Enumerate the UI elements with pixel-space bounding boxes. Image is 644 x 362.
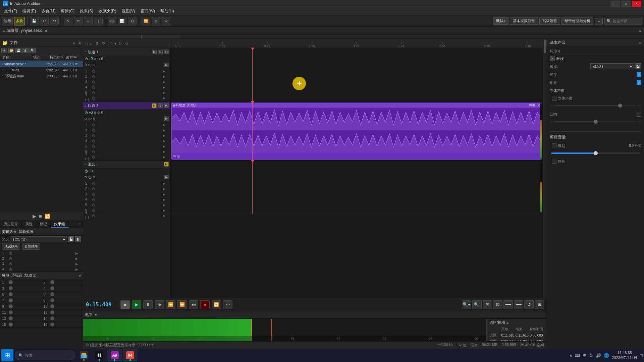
band-item-13[interactable]: 13 <box>0 315 42 321</box>
mix-fx-label[interactable]: fx <box>85 175 87 179</box>
mix-vol[interactable]: +0 <box>89 169 93 173</box>
rack-clip-effects[interactable]: 预设效果 <box>2 243 20 250</box>
multitrack-mode-btn[interactable]: 多轨 <box>14 17 25 25</box>
more-transport-btn[interactable]: ⋯ <box>223 300 232 309</box>
track-1-wave[interactable]: + <box>170 48 543 102</box>
zoom-out-wave[interactable]: 🔍- <box>472 300 482 309</box>
file-row-session[interactable]: ♪ yinyue.sesx * 2:55.993 44100 Hz <box>0 61 83 67</box>
zoom-reset[interactable]: ↺ <box>524 300 534 309</box>
band-item-8[interactable]: 8 <box>42 297 83 303</box>
zoom-extra[interactable]: ⊕ <box>535 300 544 309</box>
track-2-record[interactable]: R <box>164 103 169 108</box>
ruler-btn-in[interactable]: ▷ <box>118 41 123 46</box>
tray-up-arrow[interactable]: ∧ <box>570 353 572 358</box>
rack-track-effects[interactable]: 音轨效果 <box>22 243 40 250</box>
ruler-btn-hms[interactable]: hms <box>85 41 94 46</box>
zoom-fit[interactable]: ⊡ <box>483 300 492 309</box>
gain-thumb[interactable] <box>594 151 598 155</box>
file-row-wav[interactable]: ♫ 环境音.wav 2:39.993 44100 Hz <box>0 73 83 79</box>
track-1-vol[interactable]: +0 <box>89 57 93 61</box>
send-power-1[interactable]: ⏻ <box>9 251 14 255</box>
track-2-power[interactable]: ⏻ <box>85 111 88 114</box>
search-input[interactable] <box>613 19 640 23</box>
stereo-slider-thumb[interactable] <box>618 104 622 108</box>
track-1-pan-icon[interactable]: ⊙ <box>97 57 100 61</box>
ruler-btn-snap[interactable]: ⊕ <box>95 41 100 46</box>
pause-btn[interactable]: ⏸ <box>143 300 153 309</box>
env-checkbox[interactable]: ✓ <box>550 56 555 61</box>
track-1-mute[interactable]: M <box>152 50 157 54</box>
loudness-checkbox[interactable] <box>637 72 641 77</box>
workspace-default[interactable]: 默认↓ <box>493 17 508 25</box>
stereo-checkbox[interactable] <box>552 96 556 101</box>
toolbar-btn-razor[interactable]: ✂ <box>74 17 83 25</box>
stereo-slider[interactable] <box>554 105 637 106</box>
zoom-in-time[interactable]: ⟶ <box>503 300 513 309</box>
tab-effects[interactable]: 效果组 <box>51 220 69 228</box>
track-waves-area[interactable]: hms 0:20 0:40 1:00 1:20 1:40 2:00 2:20 2… <box>170 39 543 298</box>
mix-fx-send[interactable]: ⊕ <box>93 175 95 179</box>
taskbar-clock[interactable]: 11:46:55 2023年7月14日 <box>612 350 637 361</box>
track-2-vol[interactable]: +0 <box>89 111 93 114</box>
file-save-btn[interactable]: 💾 <box>15 48 21 53</box>
preset-select[interactable]: (自定义) <box>10 236 67 242</box>
track-1-fx-send[interactable]: ⊕ <box>93 63 95 67</box>
band-item-6[interactable]: 6 <box>42 291 83 297</box>
toolbar-btn-save[interactable]: 💾 <box>30 17 39 25</box>
env-type-select[interactable]: (默认) <box>590 63 634 69</box>
mini-play-btn[interactable]: ▶ <box>33 214 36 219</box>
band-expand[interactable]: » <box>79 274 81 278</box>
file-panel-expand[interactable]: » <box>78 41 81 45</box>
band-item-15[interactable]: 15 <box>0 321 42 327</box>
play-btn[interactable]: ▶ <box>132 300 141 309</box>
right-panel-menu[interactable]: ≡ <box>639 41 641 45</box>
toolbar-btn-misc2[interactable]: ◇ <box>152 17 160 25</box>
reverb-slider[interactable] <box>554 121 637 122</box>
band-item-3[interactable]: 3 <box>0 285 42 291</box>
toolbar-btn-select[interactable]: ↖ <box>64 17 72 25</box>
send-arrow-1[interactable]: ▶ <box>75 251 81 255</box>
file-new-btn[interactable]: + <box>1 48 7 53</box>
record-btn[interactable]: ● <box>200 300 210 309</box>
mute-checkbox[interactable] <box>552 159 556 164</box>
close-button[interactable]: ✕ <box>632 1 641 7</box>
loop-btn[interactable]: 🔁 <box>212 300 221 309</box>
clip-icon-fade[interactable]: ◎ <box>177 154 180 158</box>
reverb-checkbox[interactable] <box>637 112 641 117</box>
tray-keyboard-icon[interactable]: ⌨ <box>575 353 580 358</box>
track-1-power[interactable]: ⏻ <box>85 57 88 61</box>
mix-power[interactable]: ⏻ <box>85 169 88 173</box>
band-item-11[interactable]: 11 <box>0 309 42 315</box>
taskbar-app-tiktok[interactable]: 抖 <box>92 349 107 361</box>
tab-markers[interactable]: 标记 <box>36 220 51 228</box>
preset-delete-btn[interactable]: 🗑 <box>75 236 81 242</box>
wave-ruler[interactable]: hms 0:20 0:40 1:00 1:20 1:40 2:00 2:20 2… <box>170 39 543 48</box>
file-panel-menu[interactable]: ≡ <box>73 41 75 45</box>
ruler-btn-out[interactable]: ◁ <box>124 41 128 46</box>
audio-clip-track2[interactable]: ⊙ 环境音 (环境) 声像 ✕ <box>171 103 542 160</box>
menu-item-3[interactable]: 剪辑(C) <box>58 8 77 15</box>
tray-volume[interactable]: 🔊 <box>596 353 601 358</box>
track-2-wave[interactable]: ⊙ 环境音 (环境) 声像 ✕ <box>170 102 543 161</box>
start-button[interactable]: ⊞ <box>1 349 13 361</box>
menu-item-4[interactable]: 效果(S) <box>77 8 96 15</box>
track-2-fx-label[interactable]: fx <box>85 117 87 120</box>
band-item-10[interactable]: 10 <box>42 303 83 309</box>
band-item-2[interactable]: 2 <box>42 279 83 285</box>
workspace-mastering[interactable]: 母带处理与分析 <box>561 17 593 25</box>
send-arrow-3[interactable]: ▶ <box>75 262 81 266</box>
back-btn[interactable]: ⏪ <box>166 300 175 309</box>
taskbar-app-04[interactable]: 04 <box>123 349 138 361</box>
stop-btn[interactable]: ■ <box>120 300 130 309</box>
menu-item-2[interactable]: 多轨(M) <box>39 8 58 15</box>
search-box[interactable]: 🔍 <box>604 18 642 24</box>
time-scrub-bar[interactable] <box>0 35 644 39</box>
ruler-btn-loop[interactable]: ⛶ <box>107 41 112 46</box>
track-1-fx-label[interactable]: fx <box>85 63 87 67</box>
zoom-out-time[interactable]: ⟵ <box>514 300 523 309</box>
scrollbar-thumb[interactable] <box>544 40 546 53</box>
preset-save-btn[interactable]: 💾 <box>68 236 74 242</box>
taskbar-app-explorer[interactable] <box>76 349 91 361</box>
track-2-fx-arrow[interactable]: ▶ <box>164 116 169 121</box>
track-2-expand[interactable]: ≡ <box>85 104 87 108</box>
